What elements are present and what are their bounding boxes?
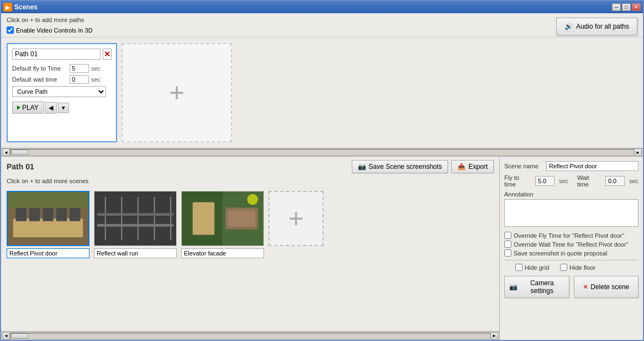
save-screenshots-button[interactable]: 📷 Save Scene screenshots xyxy=(352,160,448,173)
wait-time-input[interactable] xyxy=(70,75,89,84)
path-controls: PLAY ◀ ▼ xyxy=(12,102,112,114)
scroll-track[interactable] xyxy=(10,149,634,156)
wait-time-unit: sec xyxy=(91,76,101,83)
scene-card-3[interactable]: Elevator facade xyxy=(181,191,264,258)
svg-rect-20 xyxy=(228,210,255,227)
main-content: Click on + to add more paths Enable Vide… xyxy=(1,13,643,340)
app-icon: ▶ xyxy=(3,3,12,12)
save-screenshot-label: Save screenshot in quote proposal xyxy=(514,250,607,257)
fly-to-time-input[interactable] xyxy=(535,176,555,186)
save-screenshots-label: Save Scene screenshots xyxy=(369,163,442,171)
annotation-textarea[interactable] xyxy=(504,199,638,227)
svg-rect-18 xyxy=(193,202,214,235)
minimize-button[interactable]: ─ xyxy=(612,3,621,11)
scene-thumb-wrapper-3 xyxy=(181,191,264,246)
scroll-thumb[interactable] xyxy=(12,150,28,155)
wait-time-input-right[interactable] xyxy=(605,176,625,186)
scene-thumb-wrapper-2 xyxy=(94,191,177,246)
svg-rect-4 xyxy=(43,208,53,221)
add-paths-hint: Click on + to add more paths xyxy=(7,17,637,23)
screenshots-icon: 📷 xyxy=(358,163,366,171)
audio-for-all-paths-button[interactable]: 🔊 Audio for all paths xyxy=(556,18,637,35)
path-name-input[interactable] xyxy=(12,49,101,60)
add-path-button[interactable]: + xyxy=(122,43,232,142)
hide-grid-label: Hide grid xyxy=(525,264,549,271)
close-button[interactable]: ✕ xyxy=(632,3,641,11)
time-row: Fly to time sec Wait time sec xyxy=(504,174,638,188)
scene-thumbnail-2 xyxy=(94,191,176,246)
override-fly-time-label: Override Fly Time for "Reflect Pivot doo… xyxy=(514,232,624,239)
export-button[interactable]: 📤 Export xyxy=(451,160,494,173)
path-delete-button[interactable]: ✕ xyxy=(103,49,112,60)
play-triangle-icon xyxy=(17,105,20,110)
override-fly-time-row: Override Fly Time for "Reflect Pivot doo… xyxy=(504,232,638,239)
dropdown-button[interactable]: ▼ xyxy=(58,103,69,113)
fly-time-unit: sec xyxy=(559,178,568,184)
scene-name-field[interactable] xyxy=(546,161,638,171)
scene-name-label-3: Elevator facade xyxy=(181,248,264,258)
enable-video-checkbox[interactable] xyxy=(7,26,14,34)
scroll-left-arrow[interactable]: ◄ xyxy=(2,148,10,156)
scene-card-2[interactable]: Reflect wall run xyxy=(94,191,177,258)
svg-rect-14 xyxy=(97,224,173,227)
svg-rect-15 xyxy=(97,213,173,216)
override-fly-time-checkbox[interactable] xyxy=(504,232,511,239)
window-controls: ─ □ ✕ xyxy=(612,3,641,11)
top-horizontal-scrollbar: ◄ ► xyxy=(1,148,643,157)
save-screenshot-checkbox[interactable] xyxy=(504,249,511,257)
bottom-scroll-thumb[interactable] xyxy=(12,333,28,339)
scene-card-1[interactable] xyxy=(7,191,89,258)
fly-time-row: Default fly to Time sec xyxy=(12,64,112,73)
svg-rect-1 xyxy=(13,219,83,237)
wait-time-unit-right: sec xyxy=(629,178,638,184)
scenes-row: Reflect wall run xyxy=(7,191,494,328)
scene-image-2 xyxy=(94,191,176,246)
export-icon: 📤 xyxy=(457,163,466,171)
add-scene-button[interactable]: + xyxy=(268,191,324,246)
header-buttons: 📷 Save Scene screenshots 📤 Export xyxy=(352,160,494,173)
camera-settings-label: Camera settings xyxy=(520,279,564,295)
play-label: PLAY xyxy=(22,104,39,111)
add-path-plus-icon: + xyxy=(169,79,184,106)
fly-time-label: Default fly to Time xyxy=(12,65,67,72)
bottom-scroll-left-arrow[interactable]: ◄ xyxy=(2,332,10,340)
scroll-right-arrow[interactable]: ► xyxy=(634,148,642,156)
scenes-scroll-area[interactable]: Reflect wall run xyxy=(1,188,499,331)
svg-rect-2 xyxy=(16,208,27,221)
divider xyxy=(504,260,638,260)
bottom-header: Path 01 📷 Save Scene screenshots 📤 Expor… xyxy=(1,157,499,177)
hide-grid-checkbox[interactable] xyxy=(515,264,522,271)
enable-video-label: Enable Video Controls In 3D xyxy=(16,27,93,34)
right-panel: Scene name Fly to time sec Wait time sec… xyxy=(499,157,643,340)
wait-time-label: Default wait time xyxy=(12,76,67,83)
scene-thumbnail-3 xyxy=(182,191,263,246)
delete-scene-button[interactable]: ✕ Delete scene xyxy=(574,276,639,298)
delete-icon: ✕ xyxy=(583,283,588,291)
override-wait-time-checkbox[interactable] xyxy=(504,241,511,248)
hide-floor-label: Hide floor xyxy=(569,264,595,271)
path-title: Path 01 xyxy=(7,162,34,171)
camera-settings-button[interactable]: 📷 Camera settings xyxy=(504,276,569,298)
fly-to-time-label: Fly to time xyxy=(504,174,531,188)
scene-image-3 xyxy=(182,191,263,246)
bottom-horizontal-scrollbar: ◄ ► xyxy=(1,331,499,340)
svg-rect-8 xyxy=(94,191,176,246)
scene-name-row: Scene name xyxy=(504,161,638,171)
svg-point-21 xyxy=(247,194,258,205)
bottom-scroll-right-arrow[interactable]: ► xyxy=(490,332,498,340)
hide-floor-checkbox[interactable] xyxy=(560,264,567,271)
window-title: Scenes xyxy=(14,3,38,11)
prev-button[interactable]: ◀ xyxy=(45,102,57,114)
path-card-header: ✕ xyxy=(12,49,112,60)
scene-thumbnail-1 xyxy=(8,192,88,245)
bottom-scroll-track[interactable] xyxy=(10,333,490,339)
scene-image-1 xyxy=(8,191,88,246)
svg-rect-7 xyxy=(8,191,88,207)
play-button[interactable]: PLAY xyxy=(12,102,44,114)
fly-time-input[interactable] xyxy=(70,64,89,73)
maximize-button[interactable]: □ xyxy=(622,3,631,11)
scene-name-input-1[interactable] xyxy=(7,248,89,258)
path-type-select[interactable]: Curve Path Linear Path xyxy=(12,86,106,97)
camera-icon: 📷 xyxy=(509,283,518,291)
scene-name-label-2: Reflect wall run xyxy=(94,248,177,258)
